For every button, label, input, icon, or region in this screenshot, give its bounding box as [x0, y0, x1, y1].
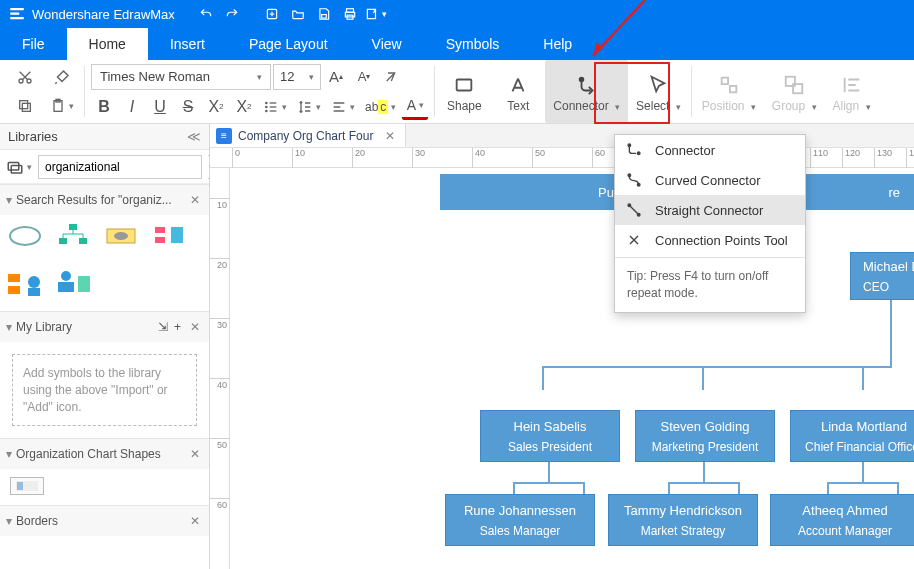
search-input[interactable]: [38, 155, 202, 179]
add-icon[interactable]: +: [174, 320, 181, 334]
new-button[interactable]: [261, 3, 283, 25]
svg-point-49: [628, 174, 631, 177]
app-logo-icon: [8, 5, 26, 23]
svg-rect-9: [20, 101, 28, 109]
font-grow-button[interactable]: A▴: [323, 64, 349, 90]
ruler-vertical: 10 20 30 40 50 60: [210, 168, 230, 569]
shape-thumb[interactable]: [54, 268, 92, 298]
paste-button[interactable]: ▾: [46, 94, 78, 120]
export-button[interactable]: ▾: [365, 3, 387, 25]
svg-point-29: [10, 227, 40, 245]
menu-home[interactable]: Home: [67, 28, 148, 60]
format-painter-button[interactable]: [46, 64, 78, 90]
connector-group[interactable]: Connector ▾: [545, 60, 628, 123]
bullets-button[interactable]: ▾: [259, 94, 291, 120]
close-icon[interactable]: ✕: [187, 447, 203, 461]
font-select[interactable]: Times New Roman▾: [91, 64, 271, 90]
library-picker-button[interactable]: ▾: [6, 154, 32, 180]
org-box[interactable]: Rune Johannessen Sales Manager: [445, 494, 595, 546]
shape-group[interactable]: Shape: [437, 60, 491, 123]
org-box[interactable]: Tammy Hendrickson Market Strategy: [608, 494, 758, 546]
connector-icon: [625, 142, 643, 158]
org-box[interactable]: Atheeq Ahmed Account Manager: [770, 494, 914, 546]
shape-thumb[interactable]: [6, 221, 44, 251]
canvas[interactable]: Purch re Michael D CEO Hein Sabelis Sale…: [230, 168, 914, 569]
font-size-select[interactable]: 12▾: [273, 64, 321, 90]
svg-rect-21: [730, 85, 736, 91]
collapse-icon[interactable]: ≪: [187, 129, 201, 144]
font-color-button[interactable]: A▾: [402, 94, 428, 120]
menu-page-layout[interactable]: Page Layout: [227, 28, 350, 60]
menu-help[interactable]: Help: [521, 28, 594, 60]
bold-button[interactable]: B: [91, 94, 117, 120]
redo-button[interactable]: [221, 3, 243, 25]
close-icon[interactable]: ✕: [187, 320, 203, 334]
shape-thumb[interactable]: [54, 221, 92, 251]
svg-rect-41: [28, 288, 40, 296]
dropdown-item-points[interactable]: Connection Points Tool: [615, 225, 805, 255]
dropdown-item-straight[interactable]: Straight Connector: [615, 195, 805, 225]
document-tab[interactable]: ≡ Company Org Chart Four ✕: [210, 124, 406, 147]
close-icon[interactable]: ✕: [187, 193, 203, 207]
svg-point-19: [579, 77, 583, 81]
svg-point-12: [265, 101, 268, 104]
line-spacing-button[interactable]: ▾: [293, 94, 325, 120]
title-bar: Wondershare EdrawMax ▾: [0, 0, 914, 28]
close-icon[interactable]: ✕: [187, 514, 203, 528]
underline-button[interactable]: U: [147, 94, 173, 120]
shape-thumb[interactable]: [102, 221, 140, 251]
org-shapes-header[interactable]: ▾Organization Chart Shapes ✕: [0, 439, 209, 469]
org-box[interactable]: Steven Golding Marketing President: [635, 410, 775, 462]
menu-insert[interactable]: Insert: [148, 28, 227, 60]
svg-point-13: [265, 105, 268, 108]
search-results-header[interactable]: ▾Search Results for "organiz... ✕: [0, 185, 209, 215]
svg-rect-43: [58, 282, 74, 292]
menu-file[interactable]: File: [0, 28, 67, 60]
borders-header[interactable]: ▾Borders ✕: [0, 506, 209, 536]
italic-button[interactable]: I: [119, 94, 145, 120]
undo-button[interactable]: [195, 3, 217, 25]
copy-button[interactable]: [12, 94, 38, 120]
text-group[interactable]: Text: [491, 60, 545, 123]
select-group[interactable]: Select ▾: [628, 60, 689, 123]
menu-view[interactable]: View: [350, 28, 424, 60]
font-shrink-button[interactable]: A▾: [351, 64, 377, 90]
shape-icon: [453, 71, 475, 99]
save-button[interactable]: [313, 3, 335, 25]
connector-dropdown: Connector Curved Connector Straight Conn…: [614, 134, 806, 313]
dropdown-item-curved[interactable]: Curved Connector: [615, 165, 805, 195]
menu-symbols[interactable]: Symbols: [424, 28, 522, 60]
connector-icon: [576, 71, 598, 99]
align-text-button[interactable]: ▾: [327, 94, 359, 120]
strike-button[interactable]: S: [175, 94, 201, 120]
highlight-button[interactable]: abc▾: [361, 94, 400, 120]
shape-thumb[interactable]: [150, 221, 188, 251]
open-button[interactable]: [287, 3, 309, 25]
shape-thumb[interactable]: [6, 268, 44, 298]
align-group[interactable]: Align ▾: [825, 60, 879, 123]
menu-bar: File Home Insert Page Layout View Symbol…: [0, 28, 914, 60]
shape-thumb[interactable]: [10, 477, 44, 495]
print-button[interactable]: [339, 3, 361, 25]
position-group[interactable]: Position ▾: [694, 60, 764, 123]
import-icon[interactable]: ⇲: [158, 320, 168, 334]
align-icon: [841, 71, 863, 99]
org-box[interactable]: Hein Sabelis Sales President: [480, 410, 620, 462]
org-box[interactable]: Linda Mortland Chief Financial Officer: [790, 410, 914, 462]
svg-point-47: [628, 144, 631, 147]
cut-button[interactable]: [12, 64, 38, 90]
svg-rect-18: [457, 79, 472, 90]
group-group[interactable]: Group ▾: [764, 60, 825, 123]
svg-rect-36: [155, 237, 165, 243]
subscript-button[interactable]: X2: [203, 94, 229, 120]
svg-rect-44: [78, 276, 90, 292]
superscript-button[interactable]: X2: [231, 94, 257, 120]
svg-rect-31: [59, 238, 67, 244]
svg-point-50: [637, 183, 640, 186]
clear-format-button[interactable]: [379, 64, 405, 90]
my-library-header[interactable]: ▾My Library ⇲ + ✕: [0, 312, 209, 342]
org-box-ceo[interactable]: Michael D CEO: [850, 252, 914, 300]
chevron-down-icon: ▾: [615, 102, 620, 112]
dropdown-item-connector[interactable]: Connector: [615, 135, 805, 165]
close-tab-icon[interactable]: ✕: [385, 129, 395, 143]
